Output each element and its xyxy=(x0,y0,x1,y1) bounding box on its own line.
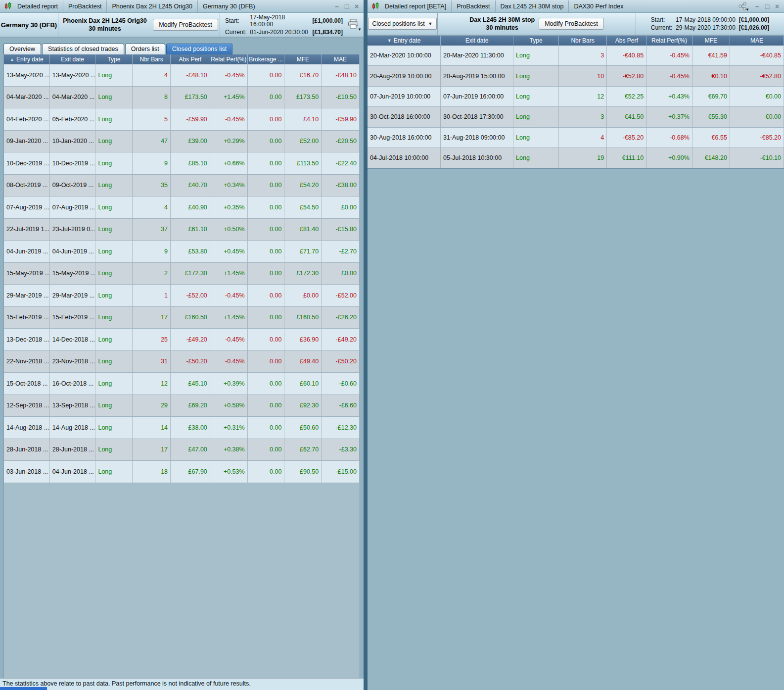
window-controls: ▼ – □ × xyxy=(738,2,781,10)
table-row[interactable]: 29-Mar-2019 ...29-Mar-2019 ...Long1-£52.… xyxy=(4,285,360,307)
cell-type: Long xyxy=(513,46,559,65)
table-row[interactable]: 04-Mar-2020 ...04-Mar-2020 ...Long8£173.… xyxy=(4,87,360,109)
column-header-relat-perf[interactable]: Relat Perf(%) xyxy=(646,36,692,46)
horizontal-scrollbar-thumb[interactable] xyxy=(0,687,47,690)
cell-mae: -£12.30 xyxy=(322,417,360,439)
table-row[interactable]: 08-Oct-2019 ...09-Oct-2019 ...Long35£40.… xyxy=(4,175,360,197)
table-row[interactable]: 20-Mar-2020 10:00:0020-Mar-2020 11:30:00… xyxy=(368,46,784,66)
minimize-icon[interactable]: – xyxy=(333,2,341,10)
cell-nbr-bars: 3 xyxy=(559,107,607,127)
table-row[interactable]: 14-Aug-2018 ...14-Aug-2018 ...Long14£38.… xyxy=(4,417,360,439)
table-row[interactable]: 30-Oct-2018 16:00:0030-Oct-2018 17:30:00… xyxy=(368,107,784,127)
titlebar-item-germany-30-dfb: Germany 30 (DFB) xyxy=(197,0,260,12)
cell-nbr-bars: 17 xyxy=(133,439,171,461)
column-header-nbr-bars[interactable]: Nbr Bars xyxy=(133,54,171,64)
table-row[interactable]: 07-Aug-2019 ...07-Aug-2019 ...Long4£40.9… xyxy=(4,197,360,219)
maximize-icon[interactable]: □ xyxy=(343,2,351,10)
column-header-type[interactable]: Type xyxy=(95,54,133,64)
cell-mfe: £160.50 xyxy=(284,307,322,329)
table-row[interactable]: 30-Aug-2018 16:00:0031-Aug-2018 09:00:00… xyxy=(368,128,784,148)
table-row[interactable]: 12-Sep-2018 ...13-Sep-2018 ...Long29£69.… xyxy=(4,395,360,417)
cell-abs-perf: £61.10 xyxy=(171,219,210,241)
cell-relat-perf: +0.90% xyxy=(646,148,692,168)
column-header-relat-perf[interactable]: Relat Perf(%) xyxy=(210,54,248,64)
minimize-icon[interactable]: – xyxy=(753,2,761,10)
cell-brokerage: 0.00 xyxy=(248,64,285,86)
table-row[interactable]: 13-Dec-2018 ...14-Dec-2018 ...Long25-£49… xyxy=(4,329,360,351)
cell-exit-date: 09-Oct-2019 ... xyxy=(50,175,96,197)
column-header-mfe[interactable]: MFE xyxy=(284,54,322,64)
column-header-abs-perf[interactable]: Abs Perf xyxy=(607,36,646,46)
cell-exit-date: 15-Feb-2019 ... xyxy=(50,307,96,329)
cell-mfe: £60.10 xyxy=(284,373,322,394)
column-header-exit-date[interactable]: Exit date xyxy=(50,54,96,64)
table-row[interactable]: 22-Jul-2019 1...23-Jul-2019 0...Long37£6… xyxy=(4,219,360,241)
cell-exit-date: 30-Oct-2018 17:30:00 xyxy=(441,107,513,127)
cell-relat-perf: +0.53% xyxy=(210,461,248,483)
table-row[interactable]: 28-Jun-2018 ...28-Jun-2018 ...Long17£47.… xyxy=(4,439,360,461)
cell-brokerage: 0.00 xyxy=(248,329,285,350)
cell-type: Long xyxy=(95,197,133,218)
close-icon[interactable]: × xyxy=(353,2,361,10)
table-row[interactable]: 03-Jun-2018 ...04-Jun-2018 ...Long18£67.… xyxy=(4,461,360,483)
cell-mfe: £62.70 xyxy=(284,439,322,461)
table-row[interactable]: 20-Aug-2019 10:00:0020-Aug-2019 15:00:00… xyxy=(368,66,784,86)
cell-relat-perf: +0.34% xyxy=(210,175,248,197)
cell-mae: -€40.85 xyxy=(730,46,784,65)
tab-overview[interactable]: Overview xyxy=(3,44,41,54)
cell-entry-date: 15-Oct-2018 ... xyxy=(4,373,50,394)
table-row[interactable]: 15-Feb-2019 ...15-Feb-2019 ...Long17£160… xyxy=(4,307,360,329)
table-row[interactable]: 09-Jan-2020 ...10-Jan-2020 ...Long47£39.… xyxy=(4,131,360,153)
tab-closed-positions-list[interactable]: Closed positions list xyxy=(166,44,232,54)
column-header-entry-date[interactable]: ▼Entry date xyxy=(368,36,441,46)
titlebar-item-detailed-report: Detailed report xyxy=(14,0,63,12)
sort-asc-icon: ▲ xyxy=(10,57,14,62)
sort-desc-icon: ▼ xyxy=(387,38,392,43)
cell-entry-date: 22-Jul-2019 1... xyxy=(4,219,50,241)
strategy-timeframe: 30 minutes xyxy=(469,24,535,32)
column-header-abs-perf[interactable]: Abs Perf xyxy=(171,54,210,64)
table-row[interactable]: 15-May-2019 ...15-May-2019 ...Long2£172.… xyxy=(4,263,360,285)
column-header-mae[interactable]: MAE xyxy=(322,54,360,64)
cell-abs-perf: -€52.80 xyxy=(607,66,646,86)
table-row[interactable]: 07-Jun-2019 10:00:0007-Jun-2019 16:00:00… xyxy=(368,87,784,107)
table-row[interactable]: 15-Oct-2018 ...16-Oct-2018 ...Long12£45.… xyxy=(4,373,360,395)
table-row[interactable]: 04-Feb-2020 ...05-Feb-2020 ...Long5-£59.… xyxy=(4,108,360,131)
column-header-entry-date[interactable]: ▲Entry date xyxy=(4,54,50,64)
column-header-nbr-bars[interactable]: Nbr Bars xyxy=(559,36,607,46)
column-header-type[interactable]: Type xyxy=(513,36,559,46)
table-row[interactable]: 04-Jul-2018 10:00:0005-Jul-2018 10:30:00… xyxy=(368,148,784,168)
cell-entry-date: 08-Oct-2019 ... xyxy=(4,175,50,197)
maximize-icon[interactable]: □ xyxy=(763,2,771,10)
tab-orders-list[interactable]: Orders list xyxy=(125,44,165,54)
start-label: Start: xyxy=(651,16,672,23)
cell-entry-date: 20-Aug-2019 10:00:00 xyxy=(368,66,441,86)
cell-relat-perf: -0.45% xyxy=(210,285,248,306)
printer-icon[interactable]: ▼ xyxy=(347,19,359,31)
close-icon[interactable]: × xyxy=(773,2,781,10)
cell-abs-perf: £40.70 xyxy=(171,175,210,197)
closed-positions-table: ▼Entry dateExit dateTypeNbr BarsAbs Perf… xyxy=(368,36,784,690)
cell-mfe: £36.90 xyxy=(284,329,322,350)
cell-relat-perf: +0.43% xyxy=(646,87,692,106)
cell-abs-perf: -€85.20 xyxy=(607,128,646,148)
column-header-brokerage[interactable]: Brokerage ... xyxy=(248,54,285,64)
table-row[interactable]: 22-Nov-2018 ...23-Nov-2018 ...Long31-£50… xyxy=(4,351,360,373)
share-icon[interactable]: ▼ xyxy=(738,2,747,10)
cell-mfe: €6.55 xyxy=(692,128,730,148)
table-row[interactable]: 04-Jun-2019 ...04-Jun-2019 ...Long9£53.8… xyxy=(4,241,360,263)
table-row[interactable]: 10-Dec-2019 ...10-Dec-2019 ...Long9£85.1… xyxy=(4,152,360,175)
modify-probacktest-button[interactable]: Modify ProBacktest xyxy=(539,18,604,30)
cell-brokerage: 0.00 xyxy=(248,175,285,197)
column-header-exit-date[interactable]: Exit date xyxy=(441,36,513,46)
strategy-timeframe: 30 minutes xyxy=(89,25,121,33)
modify-probacktest-button[interactable]: Modify ProBacktest xyxy=(153,19,218,31)
column-header-mae[interactable]: MAE xyxy=(730,36,784,46)
cell-brokerage: 0.00 xyxy=(248,197,285,218)
table-row[interactable]: 13-May-2020 ...13-May-2020 ...Long4-£48.… xyxy=(4,64,360,87)
view-selector-dropdown[interactable]: Closed positions list ▼ xyxy=(368,18,437,30)
tab-statistics-of-closed-trades[interactable]: Statistics of closed trades xyxy=(42,44,124,54)
cell-entry-date: 29-Mar-2019 ... xyxy=(4,285,50,306)
disclaimer-text: The statistics above relate to past data… xyxy=(2,680,251,687)
column-header-mfe[interactable]: MFE xyxy=(692,36,730,46)
